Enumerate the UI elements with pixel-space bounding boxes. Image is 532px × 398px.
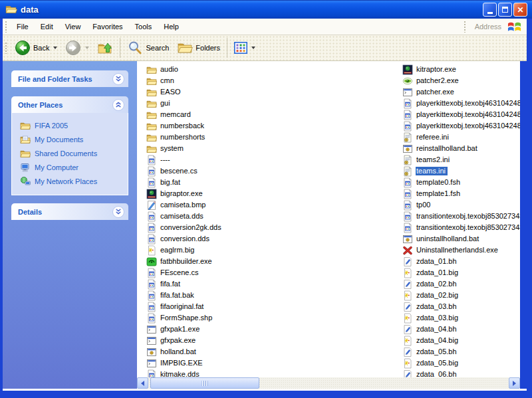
file-item[interactable]: EASO bbox=[146, 86, 386, 98]
file-name: bescene.cs bbox=[160, 167, 200, 175]
menu-view[interactable]: View bbox=[59, 19, 87, 35]
menu-help[interactable]: Help bbox=[158, 19, 185, 35]
file-item[interactable]: bigraptor.exe bbox=[146, 188, 386, 199]
file-item[interactable]: gui bbox=[146, 98, 386, 109]
file-item[interactable]: fatbhbuilder.exe bbox=[146, 256, 386, 267]
chevron-down-icon[interactable] bbox=[112, 206, 124, 218]
sidebar-taskpane: File and Folder Tasks Other Places FIFA … bbox=[3, 61, 137, 389]
file-item[interactable]: memcard bbox=[146, 109, 386, 120]
back-dropdown-icon[interactable] bbox=[53, 47, 57, 49]
file-item[interactable]: template0.fsh bbox=[402, 177, 520, 188]
file-item[interactable]: Uninstallnetherlandsl.exe bbox=[402, 245, 520, 256]
horizontal-scrollbar[interactable] bbox=[137, 377, 520, 389]
sidebar-link-fifa-2005[interactable]: FIFA 2005 bbox=[15, 118, 125, 132]
file-item[interactable]: system bbox=[146, 143, 386, 154]
file-item[interactable]: teams.ini bbox=[402, 165, 520, 177]
file-item[interactable]: FEscene.cs bbox=[146, 267, 386, 278]
folders-button[interactable]: Folders bbox=[173, 38, 224, 58]
file-item[interactable]: IMPBIG.EXE bbox=[146, 357, 386, 369]
file-item[interactable]: uninstallholland.bat bbox=[402, 233, 520, 245]
views-dropdown-icon[interactable] bbox=[251, 47, 255, 49]
file-item[interactable]: fifaoriginal.fat bbox=[146, 301, 386, 312]
file-item[interactable]: transitiontexobj.texobj8530273437 bbox=[402, 211, 520, 222]
panel-header-details[interactable]: Details bbox=[11, 203, 128, 220]
file-item[interactable]: zdata_04.bh bbox=[402, 324, 520, 335]
file-item[interactable]: conversion2gk.dds bbox=[146, 222, 386, 233]
file-item[interactable]: bescene.cs bbox=[146, 165, 386, 177]
file-item[interactable]: gfxpak1.exe bbox=[146, 324, 386, 335]
file-item[interactable]: fifa.fat.bak bbox=[146, 290, 386, 301]
panel-header-other-places[interactable]: Other Places bbox=[11, 96, 128, 113]
toolbar-grip-2[interactable] bbox=[5, 43, 8, 54]
file-item[interactable]: kitraptor.exe bbox=[402, 64, 520, 75]
file-list-area[interactable]: audiocmnEASOguimemcardnumbersbacknumbers… bbox=[137, 61, 520, 389]
file-item[interactable]: camiseta.dds bbox=[146, 211, 386, 222]
file-item[interactable]: ---- bbox=[146, 154, 386, 165]
file-item[interactable]: zdata_03.bh bbox=[402, 301, 520, 312]
chevron-up-icon[interactable] bbox=[112, 99, 124, 111]
file-item[interactable]: cmn bbox=[146, 75, 386, 86]
file-item[interactable]: playerkittexobj.texobj46310424804 bbox=[402, 120, 520, 132]
menu-favorites[interactable]: Favorites bbox=[86, 19, 128, 35]
file-item[interactable]: playerkittexobj.texobj46310424804 bbox=[402, 98, 520, 109]
file-item[interactable]: patcher.exe bbox=[402, 86, 520, 98]
toolbar-grip[interactable] bbox=[5, 21, 8, 33]
file-item[interactable]: tp00 bbox=[402, 199, 520, 211]
file-item[interactable]: zdata_05.big bbox=[402, 357, 520, 369]
file-item[interactable]: zdata_01.big bbox=[402, 267, 520, 278]
file-item[interactable]: transitiontexobj.texobj8530273437 bbox=[402, 222, 520, 233]
file-item[interactable]: template1.fsh bbox=[402, 188, 520, 199]
search-button[interactable]: Search bbox=[123, 38, 173, 58]
file-item[interactable]: eaglrm.big bbox=[146, 245, 386, 256]
file-item[interactable]: zdata_01.bh bbox=[402, 256, 520, 267]
file-item[interactable]: reinstallholland.bat bbox=[402, 143, 520, 154]
file-item[interactable]: zdata_05.bh bbox=[402, 346, 520, 357]
file-item[interactable]: playerkittexobj.texobj46310424804 bbox=[402, 109, 520, 120]
maximize-button[interactable] bbox=[498, 3, 512, 17]
back-button[interactable]: Back bbox=[11, 38, 61, 58]
address-bar-grip[interactable] bbox=[464, 21, 467, 33]
file-item[interactable]: zdata_02.big bbox=[402, 290, 520, 301]
file-item[interactable]: gfxpak.exe bbox=[146, 335, 386, 346]
file-item[interactable]: numbershorts bbox=[146, 132, 386, 143]
file-item[interactable]: numbersback bbox=[146, 120, 386, 132]
file-item[interactable]: conversion.dds bbox=[146, 233, 386, 245]
file-item[interactable]: audio bbox=[146, 64, 386, 75]
explorer-window: data ✕ File Edit View Favorites Tools He… bbox=[0, 0, 532, 398]
panel-header-file-folder-tasks[interactable]: File and Folder Tasks bbox=[11, 70, 128, 87]
sidebar-link-shared-documents[interactable]: Shared Documents bbox=[15, 146, 125, 160]
sidebar-link-my-network-places[interactable]: My Network Places bbox=[15, 174, 125, 188]
file-name: FEscene.cs bbox=[160, 268, 200, 277]
menu-file[interactable]: File bbox=[11, 19, 35, 35]
file-item[interactable]: fifa.fat bbox=[146, 278, 386, 290]
scroll-left-button[interactable] bbox=[137, 377, 148, 389]
minimize-button[interactable] bbox=[483, 3, 497, 17]
file-column-2: kitraptor.exepatcher2.exepatcher.exeplay… bbox=[402, 64, 520, 380]
menu-tools[interactable]: Tools bbox=[129, 19, 158, 35]
menu-edit[interactable]: Edit bbox=[35, 19, 59, 35]
generic-file-icon bbox=[146, 279, 157, 290]
file-item[interactable]: teams2.ini bbox=[402, 154, 520, 165]
views-button[interactable] bbox=[230, 39, 259, 56]
file-item[interactable]: camiseta.bmp bbox=[146, 199, 386, 211]
file-item[interactable]: referee.ini bbox=[402, 132, 520, 143]
titlebar[interactable]: data ✕ bbox=[0, 0, 532, 19]
close-button[interactable]: ✕ bbox=[513, 3, 527, 17]
up-button[interactable] bbox=[93, 38, 117, 58]
chevron-down-icon[interactable] bbox=[112, 73, 124, 85]
file-item[interactable]: zdata_03.big bbox=[402, 312, 520, 324]
file-item[interactable]: big.fat bbox=[146, 177, 386, 188]
sidebar-link-my-documents[interactable]: My Documents bbox=[15, 132, 125, 146]
file-item[interactable]: FormShape.shp bbox=[146, 312, 386, 324]
file-item[interactable]: patcher2.exe bbox=[402, 75, 520, 86]
big-file-icon bbox=[402, 313, 413, 324]
scrollbar-thumb[interactable] bbox=[150, 377, 259, 389]
forward-button[interactable] bbox=[61, 38, 93, 58]
big-file-icon bbox=[402, 336, 413, 346]
sidebar-link-my-computer[interactable]: My Computer bbox=[15, 160, 125, 174]
search-icon bbox=[127, 40, 143, 56]
file-item[interactable]: holland.bat bbox=[146, 346, 386, 357]
file-item[interactable]: zdata_04.big bbox=[402, 335, 520, 346]
file-item[interactable]: zdata_02.bh bbox=[402, 278, 520, 290]
scroll-right-button[interactable] bbox=[509, 377, 520, 389]
